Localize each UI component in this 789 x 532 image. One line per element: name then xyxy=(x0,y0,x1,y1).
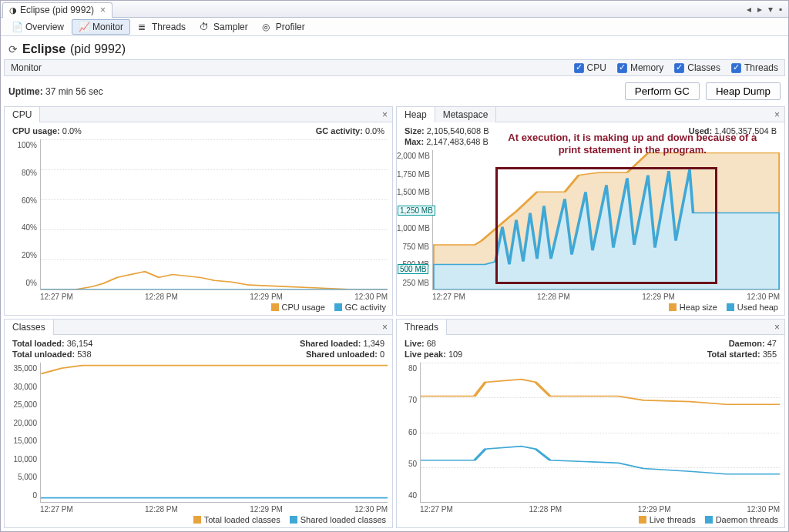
visualvm-window: ◑ Eclipse (pid 9992) × ◂ ▸ ▾ ▪ 📄Overview… xyxy=(0,0,789,532)
threads-panel: Threads× Live: 68 Daemon: 47 Live peak: … xyxy=(396,319,785,528)
close-icon[interactable]: × xyxy=(378,109,392,120)
swatch-icon xyxy=(669,303,677,311)
more-icon[interactable]: ▪ xyxy=(779,4,782,15)
total-unloaded-value: 538 xyxy=(77,350,91,359)
ytick: 80% xyxy=(5,169,37,177)
chk-classes-label: Classes xyxy=(687,62,720,73)
app-tab-eclipse[interactable]: ◑ Eclipse (pid 9992) × xyxy=(2,2,112,18)
uptime-label: Uptime: xyxy=(8,86,43,97)
ytick: 30,000 xyxy=(5,383,37,391)
ytick: 60% xyxy=(5,196,37,205)
heap-plot[interactable]: 1,250 MB 500 MB At execution, it is maki… xyxy=(432,150,780,290)
heap-tab-label: Heap xyxy=(405,109,427,120)
threads-plot[interactable] xyxy=(420,363,780,503)
nav-left-icon[interactable]: ◂ xyxy=(747,4,751,15)
threads-icon: ≣ xyxy=(138,22,149,32)
eclipse-icon: ◑ xyxy=(9,5,17,15)
ytick: 60 xyxy=(397,428,417,437)
tab-monitor-label: Monitor xyxy=(92,22,123,32)
xtick: 12:30 PM xyxy=(747,505,780,514)
swatch-icon xyxy=(705,516,713,524)
xtick: 12:27 PM xyxy=(40,505,73,514)
classes-panel: Classes× Total loaded: 36,154 Shared loa… xyxy=(4,319,393,528)
xtick: 12:28 PM xyxy=(145,293,178,301)
perform-gc-button[interactable]: Perform GC xyxy=(625,82,700,100)
classes-legend: Total loaded classes Shared loaded class… xyxy=(5,515,392,527)
tab-profiler-label: Profiler xyxy=(276,22,305,32)
ytick: 250 MB xyxy=(397,279,429,287)
legend-total-classes: Total loaded classes xyxy=(204,515,280,524)
app-tab-label: Eclipse (pid 9992) xyxy=(20,5,94,15)
tab-monitor[interactable]: 📈Monitor xyxy=(72,19,130,35)
heap-legend: Heap size Used heap xyxy=(397,303,784,315)
checkbox-icon xyxy=(731,63,741,73)
ytick: 40 xyxy=(397,491,417,500)
legend-daemon-threads: Daemon threads xyxy=(716,515,778,524)
legend-shared-classes: Shared loaded classes xyxy=(300,515,386,524)
xtick: 12:30 PM xyxy=(354,293,388,301)
ytick: 0 xyxy=(5,491,37,500)
threads-yaxis: 80 70 60 50 40 xyxy=(397,363,420,514)
live-peak-label: Live peak: xyxy=(405,350,446,359)
chk-classes[interactable]: Classes xyxy=(674,62,720,73)
ytick: 1,750 MB xyxy=(397,170,429,179)
shared-loaded-label: Shared loaded: xyxy=(300,339,361,348)
threads-xaxis: 12:27 PM 12:28 PM 12:29 PM 12:30 PM xyxy=(420,505,780,514)
cpu-plot[interactable] xyxy=(40,139,388,290)
swatch-icon xyxy=(271,303,279,311)
overview-icon: 📄 xyxy=(12,22,22,32)
threads-panel-tab: Threads xyxy=(397,320,447,335)
heap-tab[interactable]: Heap xyxy=(397,107,435,122)
charts-grid: CPU× CPU usage: 0.0% GC activity: 0.0% 1… xyxy=(1,106,788,531)
chk-cpu-label: CPU xyxy=(587,62,606,73)
tab-overview[interactable]: 📄Overview xyxy=(5,20,70,34)
heap-size-value: 2,105,540,608 B xyxy=(427,126,489,136)
daemon-label: Daemon: xyxy=(729,339,765,348)
ytick: 15,000 xyxy=(5,437,37,445)
xtick: 12:28 PM xyxy=(537,293,570,301)
xtick: 12:27 PM xyxy=(420,505,453,514)
heap-size-label: Size: xyxy=(405,126,425,136)
gc-activity-value: 0.0% xyxy=(365,126,384,136)
legend-gc: GC activity xyxy=(345,303,386,312)
uptime-row: Uptime: 37 min 56 sec Perform GC Heap Du… xyxy=(1,76,788,106)
heap-dump-button[interactable]: Heap Dump xyxy=(706,82,781,100)
cpu-legend: CPU usage GC activity xyxy=(5,303,392,315)
heap-max-label: Max: xyxy=(405,137,424,146)
chk-threads[interactable]: Threads xyxy=(731,62,778,73)
ytick: 10,000 xyxy=(5,455,37,463)
classes-panel-tab: Classes xyxy=(5,320,54,335)
ytick: 50 xyxy=(397,460,417,468)
heap-xaxis: 12:27 PM 12:28 PM 12:29 PM 12:30 PM xyxy=(432,293,780,301)
tab-threads[interactable]: ≣Threads xyxy=(132,20,192,34)
xtick: 12:27 PM xyxy=(40,293,73,301)
legend-usedheap: Used heap xyxy=(737,303,778,312)
heap-annotation: At execution, it is making up and down b… xyxy=(502,132,763,157)
total-loaded-value: 36,154 xyxy=(67,339,93,348)
close-icon[interactable]: × xyxy=(770,109,784,120)
chk-threads-label: Threads xyxy=(744,62,778,73)
close-icon[interactable]: × xyxy=(770,322,784,333)
metaspace-tab-label: Metaspace xyxy=(443,109,489,120)
heap-marker-top: 1,250 MB xyxy=(398,206,435,216)
tab-profiler[interactable]: ◎Profiler xyxy=(256,20,311,34)
cpu-svg xyxy=(41,139,388,289)
heap-annotation-box xyxy=(495,167,717,284)
classes-plot[interactable] xyxy=(40,363,388,503)
metaspace-tab[interactable]: Metaspace xyxy=(435,107,497,122)
monitor-header: Monitor CPU Memory Classes Threads xyxy=(4,59,785,76)
xtick: 12:29 PM xyxy=(250,505,283,514)
tab-sampler[interactable]: ⏱Sampler xyxy=(193,20,254,34)
ytick: 20% xyxy=(5,251,37,259)
monitor-header-label: Monitor xyxy=(11,62,42,73)
chk-memory[interactable]: Memory xyxy=(617,62,663,73)
menu-icon[interactable]: ▾ xyxy=(768,4,773,15)
swatch-icon xyxy=(334,303,342,311)
chk-cpu[interactable]: CPU xyxy=(574,62,606,73)
close-icon[interactable]: × xyxy=(100,5,106,15)
nav-right-icon[interactable]: ▸ xyxy=(757,4,762,15)
ytick: 80 xyxy=(397,364,417,373)
cpu-panel-tab: CPU xyxy=(5,107,40,122)
close-icon[interactable]: × xyxy=(378,322,392,333)
title-app: Eclipse xyxy=(22,42,65,56)
